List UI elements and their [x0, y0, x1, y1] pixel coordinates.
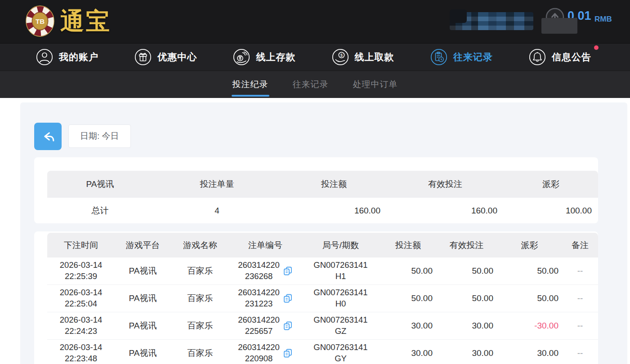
payout: 30.00	[497, 340, 562, 364]
valid-bet: 50.00	[436, 285, 497, 312]
tab-transaction-records[interactable]: 往来记录	[292, 71, 330, 98]
copy-icon[interactable]	[283, 348, 293, 358]
nav-label: 优惠中心	[157, 51, 197, 63]
summary-bet-amount: 160.00	[281, 198, 387, 223]
round-no: GN007263141H0	[301, 285, 380, 312]
username-blur	[450, 12, 533, 30]
nav-item-announcements[interactable]: 信息公告	[529, 49, 591, 66]
round-no: GN007263141GY	[301, 340, 380, 364]
header-bet-amount: 投注额	[380, 233, 436, 257]
tab-bet-records[interactable]: 投注纪录	[232, 71, 269, 98]
nav-item-withdraw[interactable]: $ 线上取款	[332, 49, 394, 66]
game-name: 百家乐	[171, 312, 229, 339]
top-header: TB 通宝 0.01 RMB	[0, 0, 630, 43]
note: --	[562, 340, 598, 364]
game-name: 百家乐	[171, 257, 229, 284]
nav-label: 我的账户	[59, 51, 98, 63]
bet-amount: 30.00	[380, 312, 436, 339]
nav-label: 线上取款	[355, 51, 394, 63]
header-payout: 派彩	[497, 233, 562, 257]
summary-card: PA视讯 投注单量 投注额 有效投注 派彩 总计 4 160.00 160.00…	[34, 157, 598, 223]
header-bet-time: 下注时间	[47, 233, 115, 257]
nav-label: 往来记录	[453, 51, 493, 63]
record-tabs: 投注纪录 往来记录 处理中订单	[0, 71, 630, 98]
bet-time: 2026-03-1422:23:48	[47, 340, 115, 364]
content-panel: 日期: 今日 PA视讯 投注单量 投注额 有效投注 派彩 总计 4 160.00…	[20, 102, 627, 364]
platform: PA视讯	[115, 312, 171, 339]
notification-dot	[594, 45, 599, 50]
summary-total-row: 总计 4 160.00 160.00 100.00	[47, 198, 598, 223]
game-name: 百家乐	[171, 285, 229, 312]
bet-time: 2026-03-1422:25:04	[47, 285, 115, 312]
summary-header-valid-bet: 有效投注	[387, 171, 504, 198]
chip-text: TB	[36, 18, 45, 25]
payout: 50.00	[497, 257, 562, 284]
balance-blur	[553, 21, 612, 33]
copy-icon[interactable]	[283, 266, 293, 276]
svg-text:$: $	[340, 53, 343, 58]
bet-id: 260314220236268	[229, 257, 301, 284]
summary-payout: 100.00	[504, 198, 598, 223]
nav-label: 线上存款	[256, 51, 295, 63]
note: --	[562, 257, 598, 284]
tab-processing-orders[interactable]: 处理中订单	[352, 71, 399, 98]
nav-item-my-account[interactable]: 我的账户	[36, 49, 98, 66]
bell-icon	[529, 49, 546, 66]
summary-total-label: 总计	[47, 198, 153, 223]
platform: PA视讯	[115, 257, 171, 284]
table-row: 2026-03-1422:25:39 PA视讯 百家乐 260314220236…	[47, 257, 598, 285]
platform: PA视讯	[115, 340, 171, 364]
bet-id: 260314220225657	[229, 312, 301, 339]
copy-icon[interactable]	[283, 321, 293, 331]
summary-bet-count: 4	[153, 198, 281, 223]
header-game-name: 游戏名称	[171, 233, 229, 257]
payout: 50.00	[497, 285, 562, 312]
brand-logo[interactable]: TB 通宝	[25, 1, 112, 41]
poker-chip-icon: TB	[25, 4, 55, 38]
nav-item-deposit[interactable]: 线上存款	[233, 49, 295, 66]
valid-bet: 30.00	[436, 312, 497, 339]
nav-item-promotions[interactable]: 优惠中心	[134, 49, 197, 66]
date-filter-label: 日期: 今日	[80, 130, 119, 142]
brand-name: 通宝	[60, 1, 112, 41]
valid-bet: 30.00	[436, 340, 497, 364]
bet-time: 2026-03-1422:24:23	[47, 312, 115, 339]
bet-amount: 50.00	[380, 285, 436, 312]
records-icon	[430, 49, 447, 66]
nav-label: 信息公告	[552, 51, 591, 63]
table-row: 2026-03-1422:24:23 PA视讯 百家乐 260314220225…	[47, 312, 598, 340]
summary-header-payout: 派彩	[504, 171, 598, 198]
table-row: 2026-03-1422:25:04 PA视讯 百家乐 260314220231…	[47, 285, 598, 312]
main-nav: 我的账户 优惠中心 线上存款 $ 线上取款	[0, 43, 630, 71]
bet-records-card: 下注时间 游戏平台 游戏名称 注单编号 局号/期数 投注额 有效投注 派彩 备注…	[34, 231, 598, 364]
header-valid-bet: 有效投注	[436, 233, 497, 257]
header-note: 备注	[562, 233, 598, 257]
header-round-no: 局号/期数	[301, 233, 380, 257]
bet-time: 2026-03-1422:25:39	[47, 257, 115, 284]
summary-header-row: PA视讯 投注单量 投注额 有效投注 派彩	[47, 171, 598, 198]
user-icon	[36, 49, 53, 66]
payout: -30.00	[497, 312, 562, 339]
copy-icon[interactable]	[283, 293, 293, 303]
platform: PA视讯	[115, 285, 171, 312]
gift-icon	[134, 49, 152, 66]
bet-id: 260314220231223	[229, 285, 301, 312]
back-button[interactable]	[34, 123, 62, 150]
round-no: GN007263141GZ	[301, 312, 380, 339]
withdraw-icon: $	[332, 49, 349, 66]
date-filter[interactable]: 日期: 今日	[68, 124, 131, 148]
deposit-icon	[233, 49, 250, 66]
bet-id: 260314220220908	[229, 340, 301, 364]
table-header-row: 下注时间 游戏平台 游戏名称 注单编号 局号/期数 投注额 有效投注 派彩 备注	[47, 233, 598, 257]
header-bet-id: 注单编号	[229, 233, 301, 257]
bet-amount: 30.00	[380, 340, 436, 364]
summary-header-bet-count: 投注单量	[153, 171, 281, 198]
game-name: 百家乐	[171, 340, 229, 364]
table-row: 2026-03-1422:23:48 PA视讯 百家乐 260314220220…	[47, 340, 598, 364]
back-arrow-icon	[40, 128, 57, 145]
nav-item-records[interactable]: 往来记录	[430, 49, 493, 66]
bet-amount: 50.00	[380, 257, 436, 284]
summary-valid-bet: 160.00	[387, 198, 504, 223]
note: --	[562, 285, 598, 312]
valid-bet: 50.00	[436, 257, 497, 284]
